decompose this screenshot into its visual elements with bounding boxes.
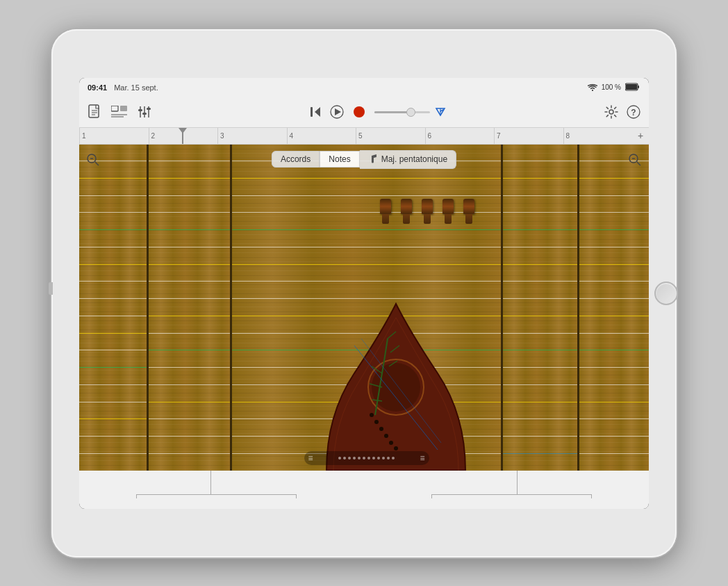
scale-label: Maj. pentatonique [381, 154, 447, 164]
scroll-dots [313, 457, 420, 459]
mode-tabs: Accords Notes Maj. pentatonique [272, 150, 456, 169]
svg-text:?: ? [631, 108, 636, 117]
ruler-tick-1: 1 [79, 128, 149, 144]
svg-rect-19 [311, 107, 313, 117]
view-toggle-button[interactable] [111, 106, 128, 118]
track-panel-right-2[interactable] [579, 145, 649, 471]
svg-point-0 [592, 90, 593, 91]
svg-point-35 [394, 446, 398, 450]
skip-back-button[interactable] [309, 106, 322, 118]
svg-rect-15 [138, 109, 142, 111]
wifi-icon [588, 81, 597, 94]
svg-point-29 [372, 363, 420, 412]
metronome-icon[interactable] [434, 104, 447, 120]
tuning-peg-5 [463, 199, 474, 224]
tuning-peg-3 [422, 199, 433, 224]
tempo-area [374, 104, 447, 120]
new-track-button[interactable] [88, 104, 101, 120]
svg-rect-2 [626, 84, 637, 90]
add-track-button[interactable]: + [632, 128, 649, 144]
tuning-peg-4 [442, 199, 454, 224]
track-panel-center[interactable]: ≡ [232, 145, 503, 471]
ipad-frame: 09:41 Mar. 15 sept. 100 % [51, 29, 677, 557]
status-bar: 09:41 Mar. 15 sept. 100 % [79, 78, 649, 97]
track-panel-right-1[interactable] [503, 145, 579, 471]
scroll-right-icon: ≡ [420, 453, 424, 463]
svg-line-43 [637, 162, 640, 165]
svg-point-25 [609, 110, 613, 114]
status-date: Mar. 15 sept. [114, 83, 158, 92]
svg-point-32 [379, 427, 383, 431]
connector-area [79, 471, 649, 509]
svg-point-30 [370, 413, 374, 417]
help-button[interactable]: ? [627, 105, 640, 119]
ruler-track[interactable]: 1 2 3 4 5 6 7 8 [79, 128, 632, 144]
svg-line-40 [95, 162, 99, 165]
tuning-pegs [380, 165, 474, 224]
svg-rect-4 [89, 105, 99, 117]
track-panel-1[interactable] [79, 145, 149, 471]
tempo-slider[interactable] [374, 111, 430, 113]
tuning-peg-1 [380, 199, 391, 224]
toolbar: ? [79, 97, 649, 128]
main-content: ≡ [79, 145, 649, 471]
notes-tab[interactable]: Notes [320, 151, 359, 168]
record-button[interactable] [352, 105, 366, 119]
zoom-out-right-button[interactable] [628, 153, 642, 170]
ruler-tick-5: 5 [356, 128, 425, 144]
svg-marker-21 [335, 108, 341, 115]
svg-point-34 [389, 441, 393, 445]
tuning-peg-2 [401, 199, 412, 224]
svg-rect-9 [120, 106, 127, 111]
settings-button[interactable] [604, 105, 618, 119]
accords-tab[interactable]: Accords [272, 151, 320, 168]
tracks-container: ≡ [79, 145, 649, 471]
side-button[interactable] [49, 282, 53, 295]
svg-rect-8 [111, 106, 118, 111]
status-time: 09:41 [88, 83, 107, 92]
scale-tab[interactable]: Maj. pentatonique [360, 150, 456, 169]
ruler-tick-6: 6 [425, 128, 495, 144]
track-panel-2[interactable] [149, 145, 232, 471]
svg-point-33 [384, 434, 388, 438]
guzheng-body [313, 276, 479, 471]
svg-rect-17 [147, 108, 151, 110]
scrollbar[interactable]: ≡ [304, 451, 429, 465]
ruler-tick-7: 7 [494, 128, 563, 144]
ruler-tick-4: 4 [287, 128, 356, 144]
ruler-tick-8: 8 [563, 128, 633, 144]
svg-marker-18 [315, 107, 320, 117]
battery-percentage: 100 % [602, 83, 621, 91]
battery-icon [625, 81, 640, 94]
svg-rect-3 [638, 86, 639, 88]
zoom-out-left-button[interactable] [86, 153, 100, 170]
screen: 09:41 Mar. 15 sept. 100 % [79, 78, 649, 509]
music-note-icon [368, 154, 378, 165]
ruler-bar: 1 2 3 4 5 6 7 8 + [79, 128, 649, 145]
play-button[interactable] [330, 105, 344, 119]
home-button[interactable] [654, 282, 678, 305]
mixer-button[interactable] [138, 105, 151, 119]
svg-rect-16 [142, 113, 147, 115]
svg-point-22 [354, 106, 365, 117]
scroll-left-icon: ≡ [308, 453, 313, 463]
svg-point-31 [374, 420, 379, 424]
transport-controls [309, 104, 447, 120]
ruler-tick-3: 3 [217, 128, 287, 144]
